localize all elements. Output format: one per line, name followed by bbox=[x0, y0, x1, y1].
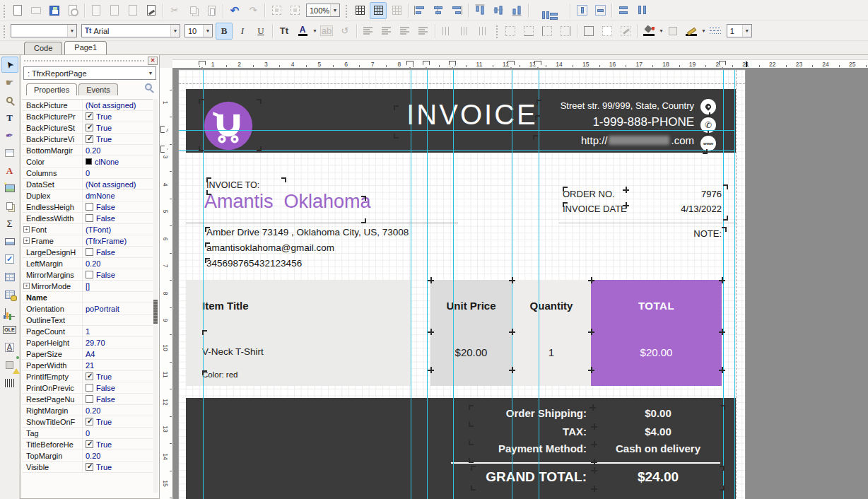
company-url[interactable]: http://.com bbox=[581, 134, 694, 146]
chevron-down-icon[interactable]: ▼ bbox=[312, 28, 317, 33]
checkbox[interactable] bbox=[86, 463, 93, 471]
property-row[interactable]: BackPictureViTrue bbox=[22, 134, 153, 145]
property-value[interactable]: 0.20 bbox=[83, 452, 153, 460]
shipping-value[interactable]: $0.00 bbox=[591, 407, 725, 419]
property-row[interactable]: LargeDesignHFalse bbox=[22, 247, 153, 258]
checkbox-object[interactable]: ✓ bbox=[1, 251, 18, 267]
property-row[interactable]: PaperWidth21 bbox=[22, 360, 153, 371]
property-row[interactable]: RightMargin0.20 bbox=[22, 405, 153, 416]
property-row[interactable]: ColorclNone bbox=[22, 156, 153, 168]
close-icon[interactable]: ✕ bbox=[148, 57, 158, 65]
invoice-to-label[interactable]: INVOICE TO: bbox=[206, 180, 259, 190]
shipping-label[interactable]: Order Shipping: bbox=[360, 407, 587, 419]
property-row[interactable]: Columns0 bbox=[22, 168, 153, 179]
zoom-select[interactable]: 100%▼ bbox=[306, 4, 340, 17]
line-width-select[interactable]: 1▼ bbox=[727, 24, 752, 37]
property-value[interactable]: 0 bbox=[83, 429, 153, 438]
underline-button[interactable]: U bbox=[252, 23, 269, 40]
zoom-tool[interactable] bbox=[1, 92, 18, 108]
customer-email[interactable]: amantisoklahoma@gmail.com bbox=[206, 242, 334, 253]
toolbar-grip[interactable] bbox=[2, 24, 6, 38]
property-value[interactable]: 29.70 bbox=[83, 339, 153, 347]
checkbox[interactable] bbox=[86, 395, 93, 403]
toolbar-grip[interactable] bbox=[2, 4, 6, 18]
expand-icon[interactable]: + bbox=[23, 226, 30, 233]
property-value[interactable]: True bbox=[83, 372, 153, 381]
checkbox[interactable] bbox=[86, 214, 93, 222]
insert-band[interactable] bbox=[1, 145, 18, 161]
page-header-band[interactable]: INVOICE Street str. 99/999, State, Count… bbox=[186, 89, 736, 153]
property-row[interactable]: BackPictureStTrue bbox=[22, 122, 153, 134]
property-value[interactable]: False bbox=[83, 384, 153, 392]
column-header[interactable]: TOTAL bbox=[591, 300, 722, 312]
guide-line-vertical[interactable] bbox=[512, 70, 512, 499]
property-value[interactable]: True bbox=[83, 112, 153, 121]
tab-code[interactable]: Code bbox=[24, 42, 62, 54]
guide-marker[interactable] bbox=[160, 146, 168, 153]
checkbox[interactable] bbox=[86, 440, 93, 448]
checkbox[interactable] bbox=[86, 135, 93, 143]
payment-method-label[interactable]: Payment Method: bbox=[360, 442, 587, 454]
align-to-grid-button[interactable] bbox=[370, 2, 387, 19]
company-phone[interactable]: 1-999-888-PHONE bbox=[592, 115, 694, 129]
property-row[interactable]: LeftMargin0.20 bbox=[22, 258, 153, 269]
property-row[interactable]: MirrorMarginsFalse bbox=[22, 269, 153, 281]
property-row[interactable]: Name bbox=[22, 292, 153, 303]
property-value[interactable]: False bbox=[83, 271, 153, 279]
fill-color-button[interactable] bbox=[640, 23, 657, 40]
chevron-down-icon[interactable]: ▼ bbox=[67, 25, 76, 37]
same-height-button[interactable] bbox=[633, 2, 650, 19]
property-row[interactable]: BackPicture(Not assigned) bbox=[22, 100, 153, 111]
shop-logo[interactable] bbox=[203, 100, 254, 151]
line-style-button[interactable] bbox=[707, 23, 724, 40]
property-row[interactable]: +Frame(TfrxFrame) bbox=[22, 235, 153, 247]
guide-line-vertical[interactable] bbox=[734, 70, 735, 499]
table-object[interactable] bbox=[1, 269, 18, 285]
tab-events[interactable]: Events bbox=[78, 83, 118, 95]
guide-line-vertical[interactable] bbox=[453, 70, 454, 499]
checkbox[interactable] bbox=[86, 384, 93, 392]
invoice-date-value[interactable]: 4/13/2022 bbox=[638, 204, 722, 214]
subreport-object[interactable] bbox=[1, 198, 18, 214]
chart-object[interactable] bbox=[1, 304, 18, 320]
column-header[interactable]: Quantity bbox=[512, 300, 591, 312]
property-value[interactable]: False bbox=[83, 395, 153, 404]
select-tool[interactable]: ➤ bbox=[1, 57, 18, 73]
horizontal-ruler[interactable]: 1234567891011121314151617181920212223242… bbox=[172, 59, 868, 68]
text-tool[interactable]: T bbox=[1, 110, 18, 126]
line-color-button[interactable] bbox=[683, 23, 700, 40]
page-settings-button[interactable] bbox=[143, 2, 160, 19]
checkbox[interactable] bbox=[86, 271, 93, 278]
bold-button[interactable]: B bbox=[216, 23, 233, 40]
customer-name[interactable]: Amantis Oklahoma bbox=[204, 191, 371, 213]
scrollbar-thumb[interactable] bbox=[153, 300, 158, 324]
column-total[interactable]: TOTAL $20.00 bbox=[591, 280, 722, 386]
property-row[interactable]: TitleBeforeHeTrue bbox=[22, 439, 153, 450]
property-value[interactable]: False bbox=[83, 248, 153, 257]
property-value[interactable]: (TFont) bbox=[83, 225, 153, 234]
align-bottom-button[interactable] bbox=[508, 2, 525, 19]
property-value[interactable]: True bbox=[83, 418, 153, 426]
tax-value[interactable]: $4.00 bbox=[591, 425, 725, 438]
property-value[interactable]: False bbox=[83, 214, 153, 223]
guide-line-vertical[interactable] bbox=[723, 70, 724, 499]
db-data-object[interactable] bbox=[1, 286, 18, 303]
checkbox[interactable] bbox=[86, 203, 93, 211]
property-row[interactable]: BackPicturePrTrue bbox=[22, 111, 153, 122]
property-row[interactable]: PrintOnPrevicFalse bbox=[22, 382, 153, 394]
property-value[interactable]: (Not assigned) bbox=[83, 180, 153, 189]
property-value[interactable]: (TfrxFrame) bbox=[83, 237, 153, 245]
tab-page1[interactable]: Page1 bbox=[64, 41, 107, 54]
column-item-title[interactable]: Item Title V-Neck T-Shirt Color: red bbox=[186, 280, 411, 386]
guide-line-vertical[interactable] bbox=[539, 70, 539, 499]
page-footer-band[interactable]: Order Shipping: $0.00 TAX: $4.00 Payment… bbox=[186, 398, 736, 499]
space-horizontally-button[interactable] bbox=[532, 2, 549, 19]
picture-object[interactable] bbox=[1, 180, 18, 196]
barcode-object[interactable] bbox=[1, 375, 18, 391]
space-vertically-button[interactable] bbox=[550, 2, 567, 19]
property-value[interactable]: 21 bbox=[83, 361, 153, 370]
ole-object[interactable]: OLE bbox=[1, 322, 18, 338]
property-value[interactable]: 0.20 bbox=[83, 146, 153, 155]
property-row[interactable]: ResetPageNuFalse bbox=[22, 394, 153, 405]
customer-address[interactable]: Amber Drive 73149 , Oklahoma City, US, 7… bbox=[206, 227, 409, 237]
